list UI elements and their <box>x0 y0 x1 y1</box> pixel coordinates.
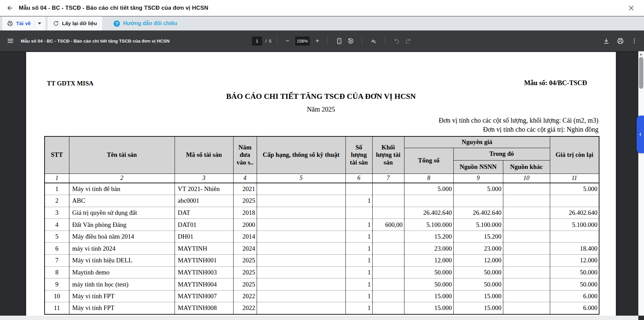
pdf-more-button[interactable] <box>629 35 640 47</box>
table-cell: 5.100.000 <box>404 219 453 231</box>
table-cell: 3 <box>45 207 69 219</box>
hamburger-icon <box>7 37 14 45</box>
table-cell: Máy vi tính FPT <box>69 290 175 302</box>
table-cell: 5.000 <box>453 183 503 195</box>
toolbar-divider <box>385 37 385 45</box>
table-cell: 2021 <box>233 183 257 195</box>
pdf-document-title: Mẫu số 04 - BC - TSCĐ - Báo cáo chi tiết… <box>21 39 170 44</box>
rotate-button[interactable] <box>345 35 356 47</box>
table-cell <box>503 266 550 278</box>
table-cell: 5.100.000 <box>453 219 503 231</box>
form-number: Mẫu số: 04/BC-TSCĐ <box>524 79 587 87</box>
table-cell: abc0001 <box>175 195 233 207</box>
print-icon <box>617 38 624 45</box>
back-button[interactable] <box>5 3 15 13</box>
app-window: Mẫu số 04 - BC - TSCĐ - Báo cáo chi tiết… <box>0 0 644 320</box>
guide-link[interactable]: ? Hướng dẫn đối chiếu <box>108 16 183 30</box>
col-number: 7 <box>372 174 404 183</box>
vertical-scrollbar[interactable] <box>638 51 644 316</box>
zoom-in-button[interactable]: + <box>313 37 322 45</box>
table-cell: 5.000 <box>550 183 599 195</box>
table-cell <box>372 183 404 195</box>
download-icon <box>603 38 610 45</box>
table-cell: 50.000 <box>404 266 453 278</box>
table-cell: 12.000 <box>550 255 599 267</box>
table-cell <box>257 195 345 207</box>
table-row: 5Máy điều hoà năm 2014DH012014115.20015.… <box>45 231 599 243</box>
table-cell <box>372 207 404 219</box>
table-cell <box>257 231 345 243</box>
vertical-scrollbar-thumb[interactable] <box>639 57 643 89</box>
table-cell <box>550 195 599 207</box>
pdf-viewport[interactable]: TT GDTX MISA Mẫu số: 04/BC-TSCĐ BÁO CÁO … <box>0 51 644 320</box>
page-total: 5 <box>269 39 271 44</box>
side-panel-toggle-button[interactable] <box>637 116 644 153</box>
fit-to-page-button[interactable] <box>333 35 345 47</box>
table-cell <box>550 231 599 243</box>
table-cell: 15.000 <box>404 290 453 302</box>
table-row: 8Maytinh demoMAYTINH0032025150.00050.000… <box>45 266 599 278</box>
annotate-button[interactable] <box>368 35 379 47</box>
table-cell <box>372 290 404 302</box>
download-dropdown-toggle[interactable] <box>34 20 41 27</box>
pdf-download-button[interactable] <box>600 35 612 47</box>
refresh-icon <box>53 20 59 26</box>
col-number: 4 <box>233 174 257 183</box>
table-cell <box>257 302 345 314</box>
pdf-print-button[interactable] <box>615 35 626 47</box>
col-header-tong-so: Tổng số <box>404 148 453 174</box>
col-header-gia-tri-con-lai: Giá trị còn lại <box>550 136 599 174</box>
reload-data-button[interactable]: Lấy lại dữ liệu <box>48 16 102 30</box>
table-cell: Máy vi tính để bàn <box>69 183 175 195</box>
help-icon: ? <box>114 20 120 27</box>
table-cell: 15.000 <box>404 302 453 314</box>
page-number-input[interactable]: 1 <box>252 37 262 46</box>
table-cell <box>372 243 404 255</box>
table-cell: 1 <box>345 243 372 255</box>
menu-button[interactable] <box>7 37 14 45</box>
table-cell: 2025 <box>233 195 257 207</box>
table-cell: 5.000 <box>404 183 453 195</box>
table-cell: 1 <box>345 302 372 314</box>
close-button[interactable] <box>627 4 635 12</box>
zoom-level-input[interactable]: 156% <box>295 37 310 46</box>
table-cell: 2018 <box>233 207 257 219</box>
fit-page-icon <box>336 38 343 45</box>
col-number: 2 <box>69 174 175 183</box>
table-cell: 2022 <box>233 302 257 314</box>
col-number: 1 <box>45 174 69 183</box>
table-cell <box>503 195 550 207</box>
table-cell <box>257 243 345 255</box>
table-cell: 1 <box>345 266 372 278</box>
horizontal-scrollbar[interactable] <box>0 316 638 320</box>
table-cell <box>372 278 404 291</box>
toolbar-divider <box>277 37 277 45</box>
table-cell <box>453 195 503 207</box>
table-cell: MAYTINH003 <box>175 266 233 278</box>
table-cell: 23.000 <box>404 243 453 255</box>
scroll-up-arrow-icon[interactable] <box>640 53 642 55</box>
col-header-nguon-khac: Nguồn khác <box>503 160 550 174</box>
table-cell <box>257 278 345 291</box>
table-cell: 2014 <box>233 231 257 243</box>
col-header-so-luong: Số lượng tài sản <box>345 136 372 174</box>
download-button-label: Tải về <box>16 20 31 26</box>
table-cell: 26.402.640 <box>550 207 599 219</box>
table-cell: DH01 <box>175 231 233 243</box>
col-number: 10 <box>503 174 550 183</box>
table-cell: 50.000 <box>453 278 503 291</box>
guide-link-label: Hướng dẫn đối chiếu <box>123 20 177 26</box>
table-cell: Giá trị quyền sử dụng đất <box>69 207 175 219</box>
table-row: 6máy vi tính 2024MAYTINH2024123.00023.00… <box>45 243 599 255</box>
table-cell: máy vi tính 2024 <box>69 243 175 255</box>
table-row: 3Giá trị quyền sử dụng đấtDAT201826.402.… <box>45 207 599 219</box>
table-cell: Máy điều hoà năm 2014 <box>69 231 175 243</box>
undo-button[interactable] <box>391 35 402 47</box>
redo-button[interactable] <box>402 35 414 47</box>
zoom-out-button[interactable]: − <box>283 37 292 45</box>
redo-icon <box>405 38 411 44</box>
download-button[interactable]: Tải về <box>2 16 45 30</box>
table-cell: 5 <box>45 231 69 243</box>
more-vertical-icon <box>631 38 638 44</box>
table-cell: 2025 <box>233 255 257 267</box>
